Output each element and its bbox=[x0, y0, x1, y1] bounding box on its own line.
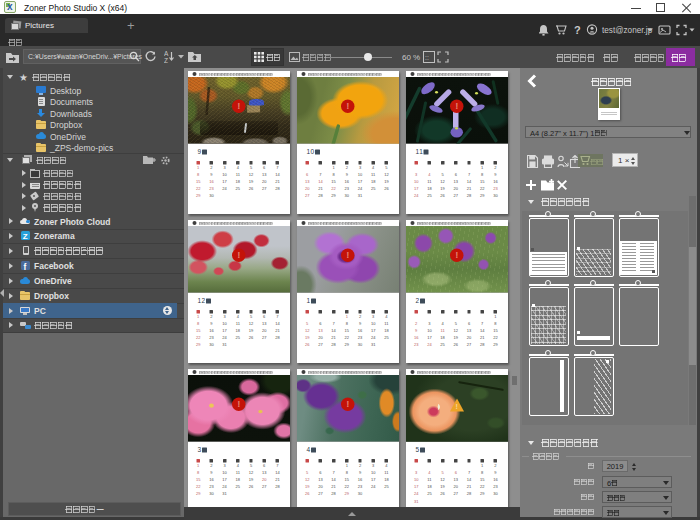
svg-text:test@zoner.jp: test@zoner.jp bbox=[602, 26, 653, 35]
svg-text:::: :: bbox=[425, 54, 429, 61]
svg-text:Z: Z bbox=[164, 57, 168, 63]
svg-text:?: ? bbox=[574, 24, 581, 36]
svg-text:A: A bbox=[164, 50, 169, 57]
